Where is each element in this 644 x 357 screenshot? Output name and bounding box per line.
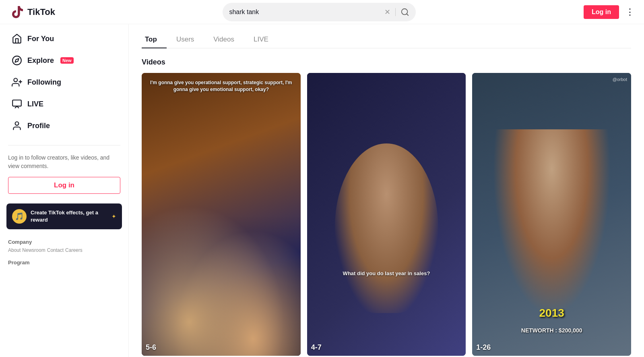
- search-divider: [395, 8, 396, 16]
- video-episode-2: 4-7: [311, 343, 322, 352]
- svg-line-1: [407, 14, 409, 15]
- svg-rect-7: [12, 100, 21, 106]
- svg-point-4: [14, 78, 17, 82]
- sidebar-item-following[interactable]: Following: [3, 72, 125, 93]
- more-options-button[interactable]: ⋮: [625, 7, 634, 17]
- tab-live[interactable]: LIVE: [244, 31, 278, 48]
- sidebar-divider: [8, 145, 120, 145]
- footer-link-newsroom[interactable]: Newsroom: [22, 247, 45, 253]
- search-button[interactable]: [400, 8, 409, 17]
- footer-link-contact[interactable]: Contact: [47, 247, 64, 253]
- video-episode-3: 1-26: [476, 343, 491, 352]
- footer-company: Company About Newsroom Contact Careers: [0, 236, 128, 256]
- video-thumb-2: What did you do last year in sales? 4-7: [307, 73, 466, 356]
- tab-users[interactable]: Users: [167, 31, 204, 48]
- sidebar: For You Explore New Following: [0, 24, 129, 357]
- app-layout: For You Explore New Following: [0, 24, 644, 357]
- footer-program: Program: [0, 256, 128, 271]
- person-add-icon: [11, 77, 23, 88]
- compass-icon: [11, 55, 23, 66]
- video-thumb-1: I'm gonna give you operational support, …: [142, 73, 301, 356]
- thumb-text-2: What did you do last year in sales?: [315, 270, 458, 276]
- search-input[interactable]: [229, 8, 381, 16]
- sidebar-item-following-label: Following: [27, 78, 61, 87]
- header: TikTok ✕ Log in ⋮: [0, 0, 644, 24]
- videos-section: Videos I'm gonna give you operational su…: [142, 58, 631, 357]
- sidebar-item-explore[interactable]: Explore New: [3, 50, 125, 71]
- video-card-1[interactable]: I'm gonna give you operational support, …: [142, 73, 301, 357]
- sidebar-nav: For You Explore New Following: [0, 24, 128, 140]
- thumb-overlay-text-1: I'm gonna give you operational support, …: [150, 79, 293, 93]
- tiktok-logo-icon: [10, 5, 24, 19]
- monitor-icon: [11, 98, 23, 110]
- thumb-networth-3: NETWORTH : $200,000: [521, 327, 582, 334]
- effects-icon: 🎵: [12, 209, 27, 224]
- footer-company-links: About Newsroom Contact Careers: [8, 247, 120, 253]
- footer-link-about[interactable]: About: [8, 247, 21, 253]
- effects-text: Create TikTok effects, get a reward: [31, 209, 107, 224]
- video-card-3[interactable]: @orbot 2013 NETWORTH : $200,000 1-26 The…: [472, 73, 631, 357]
- sidebar-item-profile-label: Profile: [27, 122, 50, 130]
- sidebar-item-live-label: LIVE: [27, 100, 43, 108]
- explore-new-badge: New: [60, 57, 74, 64]
- search-tabs: Top Users Videos LIVE: [142, 31, 631, 48]
- video-thumb-3: @orbot 2013 NETWORTH : $200,000 1-26: [472, 73, 631, 356]
- video-grid: I'm gonna give you operational support, …: [142, 73, 631, 357]
- search-bar: ✕: [223, 3, 416, 21]
- sidebar-item-explore-label: Explore: [27, 56, 54, 65]
- person-icon: [11, 120, 23, 131]
- header-right: Log in ⋮: [584, 5, 634, 19]
- thumb-watermark-3: @orbot: [613, 77, 627, 82]
- main-content: Top Users Videos LIVE Videos I'm gonna g…: [129, 24, 644, 357]
- video-card-2[interactable]: What did you do last year in sales? 4-7 …: [307, 73, 466, 357]
- sidebar-item-for-you-label: For You: [27, 35, 54, 43]
- thumb-year-3: 2013: [539, 307, 564, 320]
- sidebar-login-button[interactable]: Log in: [8, 177, 120, 194]
- sidebar-item-profile[interactable]: Profile: [3, 115, 125, 136]
- tab-videos[interactable]: Videos: [204, 31, 244, 48]
- effects-star-icon: ✦: [111, 213, 116, 220]
- logo[interactable]: TikTok: [10, 5, 55, 19]
- main-content-area: Top Users Videos LIVE Videos I'm gonna g…: [129, 24, 644, 357]
- create-effects-banner[interactable]: 🎵 Create TikTok effects, get a reward ✦: [6, 203, 122, 229]
- videos-section-title: Videos: [142, 58, 631, 66]
- sidebar-item-live[interactable]: LIVE: [3, 93, 125, 114]
- footer-link-careers[interactable]: Careers: [65, 247, 83, 253]
- tab-top[interactable]: Top: [142, 31, 167, 48]
- footer-program-title: Program: [8, 259, 120, 266]
- footer-company-title: Company: [8, 239, 120, 245]
- svg-point-8: [15, 122, 19, 125]
- header-login-button[interactable]: Log in: [584, 5, 619, 19]
- sidebar-item-for-you[interactable]: For You: [3, 28, 125, 49]
- video-episode-1: 5-6: [146, 343, 156, 352]
- logo-text: TikTok: [27, 7, 55, 17]
- clear-search-button[interactable]: ✕: [384, 8, 390, 17]
- search-icon: [400, 8, 409, 17]
- home-icon: [11, 33, 23, 44]
- sidebar-cta-text: Log in to follow creators, like videos, …: [0, 150, 128, 177]
- svg-point-2: [12, 56, 21, 65]
- svg-marker-3: [15, 58, 19, 62]
